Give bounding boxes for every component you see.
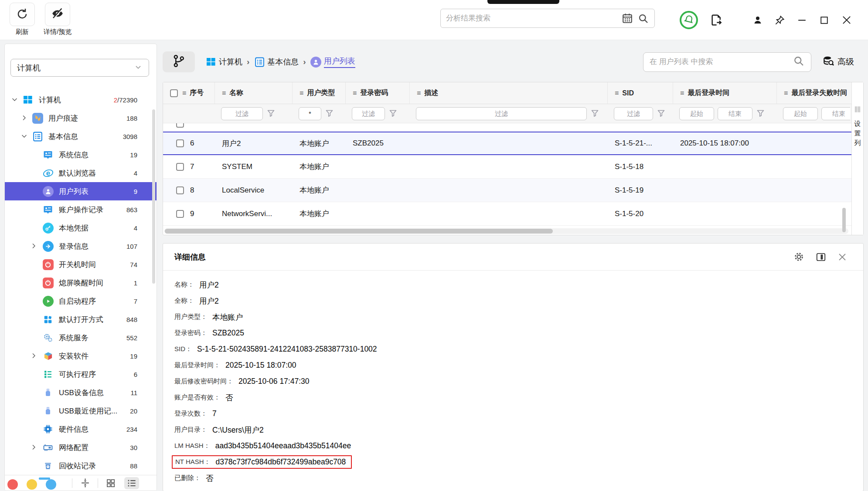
filter-input[interactable] — [821, 107, 850, 120]
sidebar-item-开关机时间[interactable]: 开关机时间74 — [5, 255, 157, 274]
chevron-right-icon[interactable] — [30, 352, 37, 359]
sidebar-item-基本信息[interactable]: 基本信息3098 — [5, 127, 157, 146]
column-header-名称[interactable]: ≡名称 — [215, 82, 293, 104]
filter-input[interactable] — [299, 107, 321, 120]
chevron-right-icon[interactable] — [20, 114, 28, 122]
source-selector[interactable]: 计算机 — [10, 59, 149, 77]
column-header-描述[interactable]: ≡描述 — [410, 82, 608, 104]
export-icon[interactable] — [710, 14, 723, 27]
sidebar-item-自启动程序[interactable]: 自启动程序7 — [5, 292, 157, 310]
menu-icon: ≡ — [222, 89, 226, 97]
sidebar-item-账户操作记录[interactable]: 账户操作记录863 — [5, 200, 157, 219]
breadcrumb-item-用户列表[interactable]: 用户列表 — [310, 56, 355, 68]
chevron-down-icon[interactable] — [11, 96, 18, 103]
filter-input[interactable] — [614, 107, 653, 120]
status-dot-1[interactable] — [27, 479, 37, 490]
cell: 本地账户 — [293, 185, 346, 195]
global-search-input[interactable] — [446, 14, 617, 23]
filter-input[interactable] — [679, 107, 714, 120]
sidebar-item-回收站记录[interactable]: 回收站记录88 — [5, 457, 157, 475]
status-dot-2[interactable] — [46, 479, 56, 490]
sidebar-item-可执行程序[interactable]: 可执行程序6 — [5, 365, 157, 383]
list-view-button[interactable] — [124, 477, 139, 489]
table-search-input[interactable] — [650, 58, 793, 66]
funnel-icon[interactable] — [756, 109, 765, 118]
table-row-6[interactable]: 6用户2本地账户SZB2025S-1-5-21-...2025-10-15 18… — [163, 132, 863, 155]
chevron-down-icon[interactable] — [20, 132, 28, 140]
sidebar-item-默认浏览器[interactable]: e默认浏览器4 — [5, 164, 157, 182]
funnel-icon[interactable] — [590, 109, 599, 118]
column-header-登录密码[interactable]: ≡登录密码 — [346, 82, 410, 104]
funnel-icon[interactable] — [657, 109, 666, 118]
filter-input[interactable] — [352, 107, 385, 120]
vertical-scrollbar-thumb[interactable] — [842, 208, 846, 232]
table-row[interactable] — [163, 123, 863, 132]
funnel-icon[interactable] — [266, 109, 276, 118]
close-icon[interactable] — [837, 252, 848, 262]
refresh-button[interactable] — [10, 3, 35, 26]
panel-layout-icon[interactable] — [815, 251, 827, 263]
filter-input[interactable] — [783, 107, 818, 120]
chevron-right-icon[interactable] — [30, 242, 37, 250]
sidebar-item-熄屏唤醒时间[interactable]: 熄屏唤醒时间1 — [5, 274, 157, 292]
filter-input[interactable] — [221, 107, 263, 120]
search-icon[interactable] — [793, 55, 805, 69]
cell: SYSTEM — [215, 163, 293, 171]
status-dot-0[interactable] — [7, 479, 18, 490]
row-checkbox[interactable] — [176, 163, 184, 171]
column-header-序号[interactable]: ≡序号 — [163, 82, 215, 104]
branch-view-button[interactable] — [163, 51, 195, 72]
filter-input[interactable] — [718, 107, 752, 120]
advanced-search-button[interactable]: 高级 — [823, 55, 854, 69]
column-header-最后登录失败时间[interactable]: ≡最后登录失败时间 — [777, 82, 850, 104]
doc-badge-icon — [42, 149, 54, 160]
sidebar-item-用户列表[interactable]: 用户列表9 — [5, 182, 157, 200]
collapse-panel-button[interactable] — [78, 477, 92, 489]
funnel-icon[interactable] — [325, 109, 334, 118]
sidebar-item-网络配置[interactable]: 网络配置30 — [5, 438, 157, 457]
maximize-icon[interactable] — [819, 15, 830, 26]
user-account-icon[interactable] — [752, 15, 763, 25]
table-row-7[interactable]: 7SYSTEM本地账户S-1-5-18 — [163, 155, 863, 179]
chevron-right-icon[interactable] — [30, 444, 37, 451]
column-header-最后登录时间[interactable]: ≡最后登录时间 — [673, 82, 777, 104]
sidebar-item-计算机[interactable]: 计算机2/72390 — [5, 91, 157, 109]
sidebar-item-安装软件[interactable]: 安装软件19 — [5, 347, 157, 365]
sidebar-item-USB设备信息[interactable]: USB设备信息11 — [5, 383, 157, 402]
sidebar-item-系统信息[interactable]: 系统信息19 — [5, 146, 157, 164]
field-label: 账户是否有效： — [174, 393, 220, 402]
horizontal-scrollbar-thumb[interactable] — [165, 229, 553, 234]
close-icon[interactable] — [841, 14, 852, 26]
funnel-icon[interactable] — [388, 109, 398, 118]
sidebar-scrollbar[interactable] — [152, 109, 155, 284]
pin-icon[interactable] — [774, 15, 785, 26]
select-all-checkbox[interactable] — [170, 89, 178, 97]
sidebar-item-USB最近使用记...[interactable]: USB最近使用记...20 — [5, 402, 157, 420]
sidebar-item-本地凭据[interactable]: 本地凭据4 — [5, 219, 157, 237]
highlight-box: NT HASH：d378c73f7c984db6f732499abea9c708 — [172, 455, 352, 469]
column-header-用户类型[interactable]: ≡用户类型 — [293, 82, 346, 104]
table-row-9[interactable]: 9NetworkServi...本地账户S-1-5-20 — [163, 202, 863, 226]
gear-icon[interactable] — [793, 251, 805, 263]
row-checkbox[interactable] — [176, 123, 184, 128]
preview-toggle-button[interactable] — [45, 3, 70, 26]
calendar-icon[interactable] — [622, 13, 633, 24]
column-header-SID[interactable]: ≡SID — [608, 82, 673, 104]
search-icon[interactable] — [637, 13, 649, 24]
table-row-8[interactable]: 8LocalService本地账户S-1-5-19 — [163, 179, 863, 202]
sidebar-item-用户痕迹[interactable]: 用户痕迹188 — [5, 109, 157, 127]
minimize-icon[interactable] — [797, 15, 807, 26]
column-settings-tab[interactable]: 设置列 — [851, 82, 863, 235]
sidebar-item-默认打开方式[interactable]: 默认打开方式848 — [5, 310, 157, 328]
notification-badge-icon[interactable] — [679, 10, 698, 30]
sidebar-item-硬件信息[interactable]: 硬件信息234 — [5, 420, 157, 438]
breadcrumb-item-基本信息[interactable]: 基本信息 — [254, 56, 299, 68]
row-checkbox[interactable] — [176, 210, 184, 218]
sidebar-item-登录信息[interactable]: 登录信息107 — [5, 237, 157, 255]
breadcrumb-item-计算机[interactable]: 计算机 — [205, 56, 242, 68]
row-checkbox[interactable] — [176, 139, 184, 147]
sidebar-item-系统服务[interactable]: 系统服务552 — [5, 328, 157, 347]
row-checkbox[interactable] — [176, 186, 184, 194]
grid-view-button[interactable] — [103, 477, 118, 489]
filter-input[interactable] — [416, 107, 587, 120]
